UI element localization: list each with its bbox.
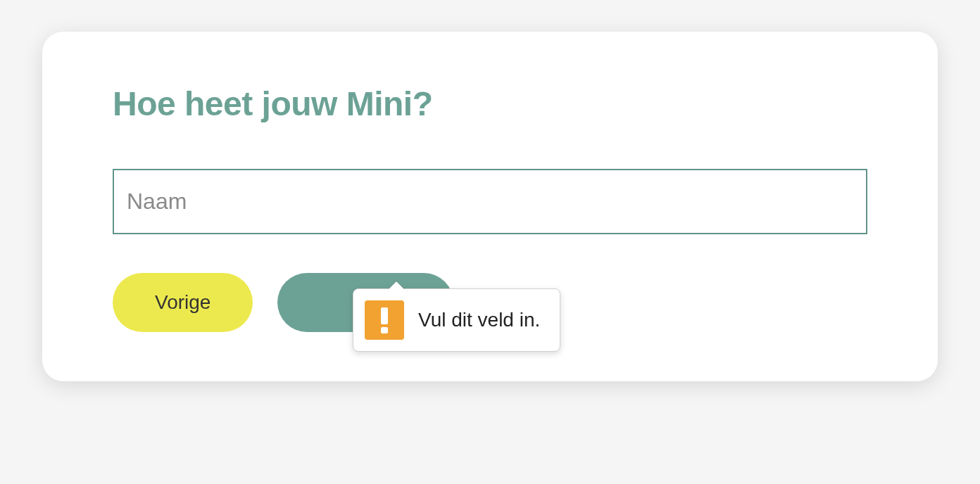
tooltip-arrow	[388, 281, 405, 290]
form-card: Hoe heet jouw Mini? Vorige Vul dit veld …	[42, 32, 938, 381]
form-title: Hoe heet jouw Mini?	[113, 84, 867, 123]
svg-rect-0	[381, 307, 388, 324]
svg-rect-1	[381, 327, 388, 333]
tooltip-box: Vul dit veld in.	[353, 288, 560, 352]
validation-message: Vul dit veld in.	[418, 309, 540, 331]
warning-icon	[365, 300, 404, 340]
previous-button[interactable]: Vorige	[113, 273, 253, 332]
name-input[interactable]	[113, 169, 867, 234]
validation-tooltip: Vul dit veld in.	[353, 288, 560, 352]
